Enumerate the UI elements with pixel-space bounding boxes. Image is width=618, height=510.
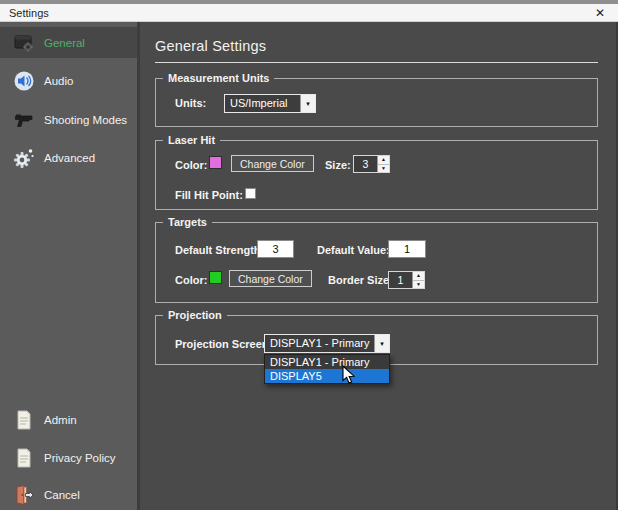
units-dropdown-arrow-button[interactable]: ▾: [300, 95, 315, 112]
group-laser-hit-legend: Laser Hit: [163, 134, 220, 147]
document-icon: [13, 409, 35, 431]
sidebar-item-advanced-label: Advanced: [44, 152, 95, 164]
spin-down-icon: ▼: [416, 282, 421, 287]
target-color-label: Color:: [175, 274, 207, 286]
sidebar-item-privacy-policy-label: Privacy Policy: [44, 452, 116, 464]
heading-rule: [155, 62, 598, 63]
projection-screen-label: Projection Screen:: [175, 338, 272, 350]
projection-screen-dropdown[interactable]: DISPLAY1 - Primary ▾: [264, 334, 390, 353]
main-panel: General Settings Measurement Units Units…: [140, 22, 616, 510]
units-dropdown[interactable]: US/Imperial ▾: [224, 94, 316, 113]
projection-dropdown-list: DISPLAY1 - Primary DISPLAY5: [264, 354, 390, 384]
group-laser-hit: Laser Hit Color: Change Color Size: 3 ▲ …: [155, 140, 598, 210]
close-icon: ✕: [595, 6, 605, 20]
sidebar-item-general[interactable]: General: [0, 27, 137, 58]
sidebar-item-cancel[interactable]: Cancel: [0, 479, 137, 510]
window-title: Settings: [0, 7, 49, 19]
close-button[interactable]: ✕: [586, 4, 614, 22]
fill-hit-point-label: Fill Hit Point:: [175, 189, 243, 201]
projection-dropdown-arrow-button[interactable]: ▾: [374, 335, 389, 352]
spin-up-icon: ▲: [416, 273, 421, 278]
laser-color-swatch: [209, 156, 222, 169]
chevron-down-icon: ▾: [306, 100, 310, 108]
default-strength-label: Default Strength:: [175, 244, 264, 256]
group-projection: Projection Projection Screen: DISPLAY1 -…: [155, 315, 598, 365]
default-value-label: Default Value:: [317, 244, 390, 256]
window-body: General Audio: [0, 22, 618, 510]
spin-down-button[interactable]: ▼: [378, 165, 389, 173]
laser-color-label: Color:: [175, 159, 207, 171]
border-size-label: Border Size:: [328, 274, 393, 286]
general-icon: [13, 32, 35, 54]
default-strength-input[interactable]: 3: [257, 240, 294, 258]
sidebar-item-shooting-modes[interactable]: Shooting Modes: [0, 104, 137, 135]
dropdown-option-display1[interactable]: DISPLAY1 - Primary: [265, 355, 389, 369]
spin-down-button[interactable]: ▼: [413, 281, 424, 289]
default-value-input[interactable]: 1: [388, 240, 426, 258]
spin-up-button[interactable]: ▲: [378, 156, 389, 165]
sidebar-item-admin[interactable]: Admin: [0, 404, 137, 435]
settings-window: Settings ✕: [0, 0, 618, 510]
exit-door-icon: [13, 484, 35, 506]
spin-up-icon: ▲: [381, 157, 386, 162]
group-targets-legend: Targets: [163, 216, 212, 229]
projection-screen-dropdown-value: DISPLAY1 - Primary: [265, 335, 374, 352]
laser-change-color-button[interactable]: Change Color: [231, 155, 314, 172]
page-title: General Settings: [155, 38, 266, 54]
target-change-color-button[interactable]: Change Color: [229, 270, 312, 287]
laser-size-value: 3: [354, 156, 377, 172]
audio-icon: [13, 70, 35, 92]
group-targets: Targets Default Strength: 3 Default Valu…: [155, 222, 598, 303]
fill-hit-point-checkbox[interactable]: [245, 188, 256, 199]
sidebar-item-general-label: General: [44, 37, 85, 49]
advanced-gear-icon: [13, 147, 35, 169]
sidebar: General Audio: [0, 22, 137, 510]
document-icon: [13, 447, 35, 469]
titlebar[interactable]: Settings ✕: [0, 4, 618, 22]
sidebar-item-advanced[interactable]: Advanced: [0, 142, 137, 173]
group-projection-legend: Projection: [163, 309, 227, 322]
group-measurement-units: Measurement Units Units: US/Imperial ▾: [155, 78, 598, 127]
target-color-swatch: [209, 271, 222, 284]
spin-up-button[interactable]: ▲: [413, 272, 424, 281]
sidebar-item-shooting-modes-label: Shooting Modes: [44, 114, 127, 126]
sidebar-item-cancel-label: Cancel: [44, 489, 80, 501]
spin-down-icon: ▼: [381, 166, 386, 171]
border-size-spinner[interactable]: 1 ▲ ▼: [388, 271, 425, 289]
units-dropdown-value: US/Imperial: [225, 95, 300, 112]
chevron-down-icon: ▾: [380, 340, 384, 348]
laser-size-label: Size:: [325, 159, 351, 171]
dropdown-option-display5[interactable]: DISPLAY5: [265, 369, 389, 383]
sidebar-item-audio[interactable]: Audio: [0, 65, 137, 96]
sidebar-item-audio-label: Audio: [44, 75, 73, 87]
border-size-value: 1: [389, 272, 412, 288]
sidebar-item-admin-label: Admin: [44, 414, 77, 426]
laser-size-spinner[interactable]: 3 ▲ ▼: [353, 155, 390, 173]
sidebar-item-privacy-policy[interactable]: Privacy Policy: [0, 442, 137, 473]
group-measurement-units-legend: Measurement Units: [163, 72, 274, 85]
units-label: Units:: [175, 97, 206, 109]
pistol-icon: [13, 109, 35, 131]
